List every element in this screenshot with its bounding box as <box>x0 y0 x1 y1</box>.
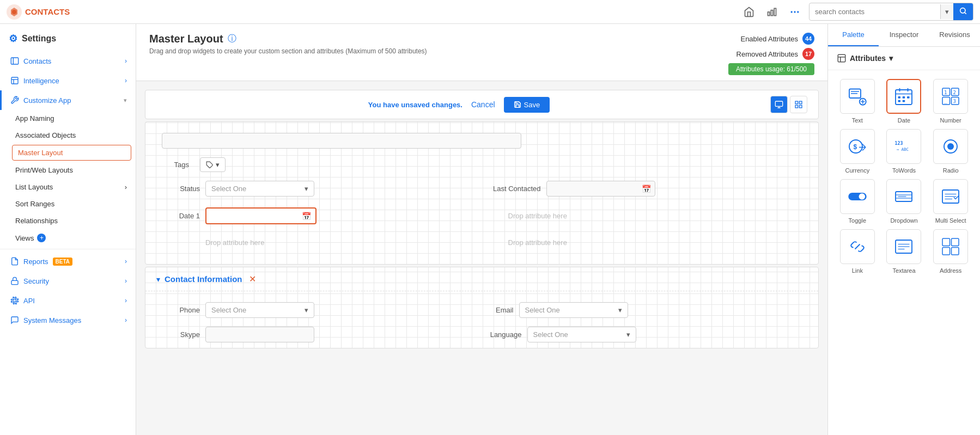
intelligence-icon <box>10 76 19 85</box>
section-header: ▾ Contact Information ✕ <box>145 267 818 291</box>
section-remove-button[interactable]: ✕ <box>249 274 256 284</box>
phone-chevron: ▾ <box>305 306 308 314</box>
status-select[interactable]: Select One ▾ <box>205 181 314 197</box>
sidebar-item-intelligence[interactable]: Intelligence › <box>0 71 136 90</box>
search-submit-button[interactable] <box>953 3 973 20</box>
views-plus[interactable]: + <box>37 234 46 242</box>
tab-palette[interactable]: Palette <box>828 24 879 46</box>
view-toggle <box>770 96 807 113</box>
attr-number[interactable]: 1 2 _ 3 Number <box>930 79 971 124</box>
svg-rect-73 <box>952 248 959 255</box>
sidebar-divider-1 <box>0 249 136 249</box>
phone-field: Phone Select One ▾ <box>162 302 478 318</box>
sidebar-sub-item-app-naming[interactable]: App Naming <box>0 110 136 127</box>
text-icon-box <box>840 79 875 114</box>
sidebar-item-system-messages[interactable]: System Messages › <box>0 310 136 330</box>
attr-radio[interactable]: Radio <box>930 129 971 174</box>
sidebar-sub-item-print-web-layouts[interactable]: Print/Web Layouts <box>0 162 136 179</box>
grid-view-button[interactable] <box>790 96 807 113</box>
tags-button[interactable]: ▾ <box>200 157 226 172</box>
textarea-attr-icon <box>894 237 914 256</box>
svg-point-5 <box>791 11 793 13</box>
skype-language-row: Skype Language Select One ▾ <box>162 327 802 342</box>
search-input[interactable] <box>809 4 940 19</box>
attr-currency[interactable]: $ Currency <box>837 129 878 174</box>
search-dropdown-button[interactable]: ▾ <box>940 4 953 19</box>
last-contacted-cal-icon: 📅 <box>642 185 651 193</box>
svg-rect-19 <box>799 101 802 104</box>
desktop-view-button[interactable] <box>770 96 788 113</box>
sidebar-item-reports[interactable]: Reports BETA › <box>0 252 136 271</box>
text-attr-icon <box>848 87 867 106</box>
search-bar: ▾ <box>809 3 973 21</box>
multiselect-icon-box <box>933 179 968 214</box>
dropdown-icon-label: Dropdown <box>890 217 917 224</box>
language-select[interactable]: Select One ▾ <box>527 327 636 342</box>
attr-address[interactable]: Address <box>930 229 971 274</box>
sidebar-sub-item-sort-ranges[interactable]: Sort Ranges <box>0 195 136 212</box>
skype-input[interactable] <box>205 327 314 342</box>
attr-textarea[interactable]: Textarea <box>884 229 925 274</box>
sidebar-sub-item-list-layouts[interactable]: List Layouts › <box>0 179 136 195</box>
textarea-icon-label: Textarea <box>892 267 915 274</box>
email-select[interactable]: Select One ▾ <box>519 302 628 318</box>
svg-text:3: 3 <box>953 99 956 104</box>
phone-select[interactable]: Select One ▾ <box>205 302 314 318</box>
views-label: Views <box>15 234 34 242</box>
sidebar-item-contacts[interactable]: Contacts › <box>0 51 136 71</box>
email-chevron: ▾ <box>618 306 622 314</box>
attr-dropdown[interactable]: Dropdown <box>884 179 925 224</box>
sidebar-sub-item-relationships[interactable]: Relationships <box>0 212 136 229</box>
phone-placeholder: Select One <box>211 306 246 314</box>
address-attr-icon <box>941 237 960 256</box>
chart-button[interactable] <box>763 3 781 21</box>
attr-multiselect[interactable]: Multi Select <box>930 179 971 224</box>
sidebar-sub-item-views[interactable]: Views + <box>0 229 136 247</box>
sidebar-item-api[interactable]: API › <box>0 291 136 310</box>
status-chevron: ▾ <box>305 185 308 193</box>
app-logo[interactable]: CONTACTS <box>7 4 70 20</box>
textarea-icon-box <box>886 229 921 264</box>
attributes-icon <box>837 53 847 63</box>
attr-date[interactable]: Date <box>884 79 925 124</box>
toggle-icon-box <box>840 179 875 214</box>
towords-icon-label: ToWords <box>892 167 916 174</box>
home-button[interactable] <box>740 3 758 21</box>
search-icon <box>959 7 967 15</box>
drop-zone-3: Drop attribute here <box>486 232 802 253</box>
tab-inspector[interactable]: Inspector <box>879 24 929 46</box>
section-toggle-chevron[interactable]: ▾ <box>156 275 160 284</box>
svg-rect-70 <box>942 238 950 246</box>
attributes-chevron: ▾ <box>889 54 893 63</box>
sidebar-sub-item-master-layout[interactable]: Master Layout <box>12 145 131 161</box>
towords-attr-icon: 123 → ABC <box>894 137 914 156</box>
svg-rect-15 <box>775 101 782 106</box>
chart-icon <box>766 7 777 17</box>
status-field: Status Select One ▾ <box>162 181 478 197</box>
more-button[interactable] <box>786 3 804 21</box>
status-label: Status <box>162 185 200 193</box>
radio-icon-box <box>933 129 968 164</box>
attr-towords[interactable]: 123 → ABC ToWords <box>884 129 925 174</box>
cancel-link[interactable]: Cancel <box>471 100 495 109</box>
sidebar-item-customize-app[interactable]: Customize App ▾ <box>0 90 136 110</box>
svg-text:1: 1 <box>944 90 947 95</box>
top-input[interactable] <box>162 133 521 149</box>
contacts-icon <box>10 57 19 65</box>
save-button[interactable]: Save <box>504 97 550 113</box>
svg-rect-11 <box>11 77 18 84</box>
sidebar-item-security[interactable]: Security › <box>0 271 136 291</box>
attr-link[interactable]: Link <box>837 229 878 274</box>
info-icon[interactable]: ⓘ <box>228 33 236 45</box>
date1-cal-icon: 📅 <box>302 212 311 220</box>
attr-toggle[interactable]: Toggle <box>837 179 878 224</box>
list-layouts-label: List Layouts <box>15 183 53 191</box>
tab-revisions[interactable]: Revisions <box>929 24 980 46</box>
security-label: Security <box>23 277 49 285</box>
svg-rect-38 <box>907 96 910 99</box>
last-contacted-input[interactable] <box>546 181 655 197</box>
date1-input[interactable] <box>206 209 315 223</box>
reports-label: Reports <box>23 258 48 266</box>
sidebar-sub-item-associated-objects[interactable]: Associated Objects <box>0 127 136 144</box>
attr-text[interactable]: Text <box>837 79 878 124</box>
